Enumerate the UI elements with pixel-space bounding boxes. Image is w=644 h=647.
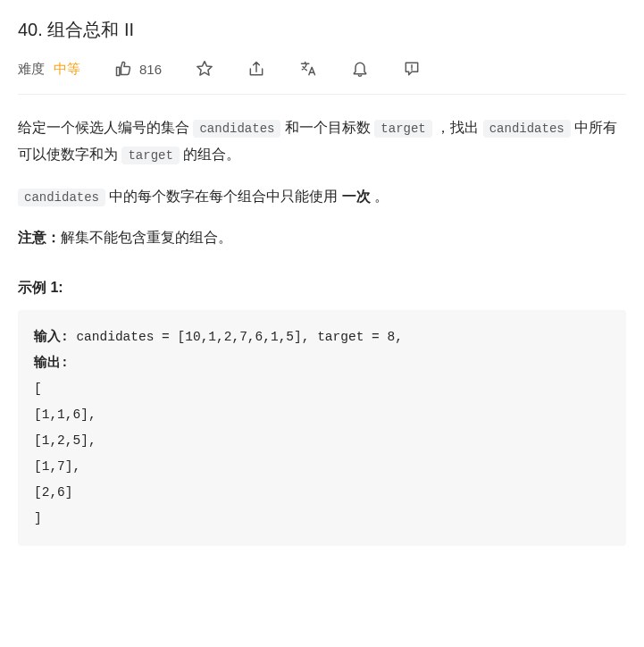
text-strong: 一次	[342, 189, 371, 204]
code-inline: candidates	[193, 120, 280, 138]
thumbs-up-icon	[114, 60, 132, 78]
description-p2: candidates 中的每个数字在每个组合中只能使用 一次 。	[18, 183, 626, 210]
output-value: [ [1,1,6], [1,2,5], [1,7], [2,6] ]	[34, 382, 96, 525]
text: 给定一个候选人编号的集合	[18, 120, 193, 135]
input-value: candidates = [10,1,2,7,6,1,5], target = …	[76, 330, 402, 344]
description-p3: 注意：解集不能包含重复的组合。	[18, 224, 626, 251]
notification-button[interactable]	[351, 60, 369, 78]
code-inline: candidates	[18, 189, 105, 206]
difficulty-label: 难度	[18, 61, 45, 78]
text: 。	[371, 189, 389, 204]
feedback-icon	[403, 60, 421, 78]
output-label: 输出:	[34, 356, 69, 370]
text: 解集不能包含重复的组合。	[61, 230, 232, 245]
text: 和一个目标数	[280, 120, 374, 135]
star-icon	[196, 60, 213, 78]
like-button[interactable]: 816	[114, 60, 162, 78]
meta-row: 难度 中等 816	[18, 60, 626, 95]
text: ，找出	[432, 120, 483, 135]
description-p1: 给定一个候选人编号的集合 candidates 和一个目标数 target ，找…	[18, 114, 626, 169]
translate-icon	[299, 60, 317, 78]
favorite-button[interactable]	[196, 60, 213, 78]
text-strong: 注意：	[18, 230, 61, 245]
text: 中的每个数字在每个组合中只能使用	[105, 189, 342, 204]
feedback-button[interactable]	[403, 60, 421, 78]
difficulty-value: 中等	[54, 61, 80, 78]
example-code-block: 输入: candidates = [10,1,2,7,6,1,5], targe…	[18, 310, 626, 546]
text: 的组合。	[180, 147, 240, 162]
bell-icon	[351, 60, 369, 78]
share-icon	[247, 60, 265, 78]
code-inline: candidates	[483, 120, 571, 138]
problem-description: 给定一个候选人编号的集合 candidates 和一个目标数 target ，找…	[18, 114, 626, 252]
example-title: 示例 1:	[18, 279, 626, 298]
code-inline: target	[374, 120, 431, 138]
share-button[interactable]	[247, 60, 265, 78]
input-label: 输入:	[34, 330, 76, 344]
problem-title: 40. 组合总和 II	[18, 18, 626, 42]
translate-button[interactable]	[299, 60, 317, 78]
code-inline: target	[121, 147, 179, 164]
difficulty-group: 难度 中等	[18, 61, 80, 78]
like-count: 816	[139, 62, 162, 77]
